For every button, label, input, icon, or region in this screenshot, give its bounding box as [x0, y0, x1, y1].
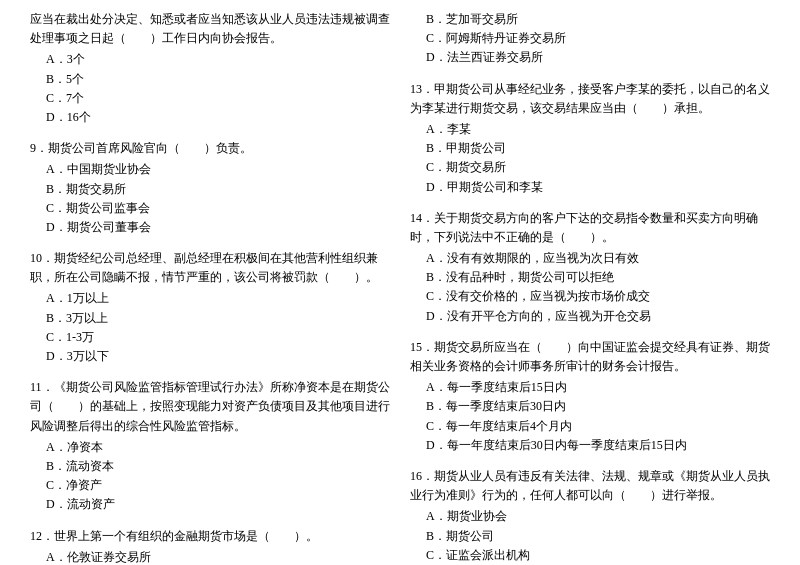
q13-option-a: A．李某 — [410, 120, 770, 139]
q14-option-b: B．没有品种时，期货公司可以拒绝 — [410, 268, 770, 287]
q13-option-b: B．甲期货公司 — [410, 139, 770, 158]
q9-option-d: D．期货公司董事会 — [30, 218, 390, 237]
question-12: 12．世界上第一个有组织的金融期货市场是（ ）。 A．伦敦证券交易所 — [30, 527, 390, 566]
question-16-text: 16．期货从业人员有违反有关法律、法规、规章或《期货从业人员执业行为准则》行为的… — [410, 467, 770, 505]
option-d: D．16个 — [30, 108, 390, 127]
q14-option-c: C．没有交价格的，应当视为按市场价成交 — [410, 287, 770, 306]
question-intro: 应当在裁出处分决定、知悉或者应当知悉该从业人员违法违规被调查处理事项之日起（ ）… — [30, 10, 390, 127]
q9-option-a: A．中国期货业协会 — [30, 160, 390, 179]
question-9: 9．期货公司首席风险官向（ ）负责。 A．中国期货业协会 B．期货交易所 C．期… — [30, 139, 390, 237]
q12-option-d: D．法兰西证券交易所 — [410, 48, 770, 67]
q15-option-b: B．每一季度结束后30日内 — [410, 397, 770, 416]
option-c: C．7个 — [30, 89, 390, 108]
q10-option-b: B．3万以上 — [30, 309, 390, 328]
option-a: A．3个 — [30, 50, 390, 69]
question-12-continued: B．芝加哥交易所 C．阿姆斯特丹证券交易所 D．法兰西证券交易所 — [410, 10, 770, 68]
q13-option-c: C．期货交易所 — [410, 158, 770, 177]
q12-option-c: C．阿姆斯特丹证券交易所 — [410, 29, 770, 48]
q10-option-a: A．1万以上 — [30, 289, 390, 308]
question-12-text: 12．世界上第一个有组织的金融期货市场是（ ）。 — [30, 527, 390, 546]
question-11: 11．《期货公司风险监管指标管理试行办法》所称净资本是在期货公司（ ）的基础上，… — [30, 378, 390, 514]
q12-option-a: A．伦敦证券交易所 — [30, 548, 390, 565]
q9-option-b: B．期货交易所 — [30, 180, 390, 199]
right-column: B．芝加哥交易所 C．阿姆斯特丹证券交易所 D．法兰西证券交易所 13．甲期货公… — [410, 10, 770, 565]
q10-option-d: D．3万以下 — [30, 347, 390, 366]
q16-option-b: B．期货公司 — [410, 527, 770, 546]
q13-option-d: D．甲期货公司和李某 — [410, 178, 770, 197]
q12-option-b: B．芝加哥交易所 — [410, 10, 770, 29]
q9-option-c: C．期货公司监事会 — [30, 199, 390, 218]
q11-option-a: A．净资本 — [30, 438, 390, 457]
option-b: B．5个 — [30, 70, 390, 89]
q11-option-b: B．流动资本 — [30, 457, 390, 476]
q10-option-c: C．1-3万 — [30, 328, 390, 347]
question-13: 13．甲期货公司从事经纪业务，接受客户李某的委托，以自己的名义为李某进行期货交易… — [410, 80, 770, 197]
q16-option-a: A．期货业协会 — [410, 507, 770, 526]
question-13-text: 13．甲期货公司从事经纪业务，接受客户李某的委托，以自己的名义为李某进行期货交易… — [410, 80, 770, 118]
q14-option-d: D．没有开平仓方向的，应当视为开仓交易 — [410, 307, 770, 326]
q11-option-c: C．净资产 — [30, 476, 390, 495]
question-15-text: 15．期货交易所应当在（ ）向中国证监会提交经具有证券、期货相关业务资格的会计师… — [410, 338, 770, 376]
q15-option-d: D．每一年度结束后30日内每一季度结束后15日内 — [410, 436, 770, 455]
question-15: 15．期货交易所应当在（ ）向中国证监会提交经具有证券、期货相关业务资格的会计师… — [410, 338, 770, 455]
left-column: 应当在裁出处分决定、知悉或者应当知悉该从业人员违法违规被调查处理事项之日起（ ）… — [30, 10, 390, 565]
question-11-text: 11．《期货公司风险监管指标管理试行办法》所称净资本是在期货公司（ ）的基础上，… — [30, 378, 390, 436]
question-14: 14．关于期货交易方向的客户下达的交易指令数量和买卖方向明确时，下列说法中不正确… — [410, 209, 770, 326]
q16-option-c: C．证监会派出机构 — [410, 546, 770, 565]
q15-option-c: C．每一年度结束后4个月内 — [410, 417, 770, 436]
q15-option-a: A．每一季度结束后15日内 — [410, 378, 770, 397]
question-10: 10．期货经纪公司总经理、副总经理在积极间在其他营利性组织兼职，所在公司隐瞒不报… — [30, 249, 390, 366]
q14-option-a: A．没有有效期限的，应当视为次日有效 — [410, 249, 770, 268]
page-content: 应当在裁出处分决定、知悉或者应当知悉该从业人员违法违规被调查处理事项之日起（ ）… — [30, 10, 770, 565]
q11-option-d: D．流动资产 — [30, 495, 390, 514]
question-intro-text: 应当在裁出处分决定、知悉或者应当知悉该从业人员违法违规被调查处理事项之日起（ ）… — [30, 10, 390, 48]
question-9-text: 9．期货公司首席风险官向（ ）负责。 — [30, 139, 390, 158]
question-10-text: 10．期货经纪公司总经理、副总经理在积极间在其他营利性组织兼职，所在公司隐瞒不报… — [30, 249, 390, 287]
question-14-text: 14．关于期货交易方向的客户下达的交易指令数量和买卖方向明确时，下列说法中不正确… — [410, 209, 770, 247]
question-16: 16．期货从业人员有违反有关法律、法规、规章或《期货从业人员执业行为准则》行为的… — [410, 467, 770, 565]
